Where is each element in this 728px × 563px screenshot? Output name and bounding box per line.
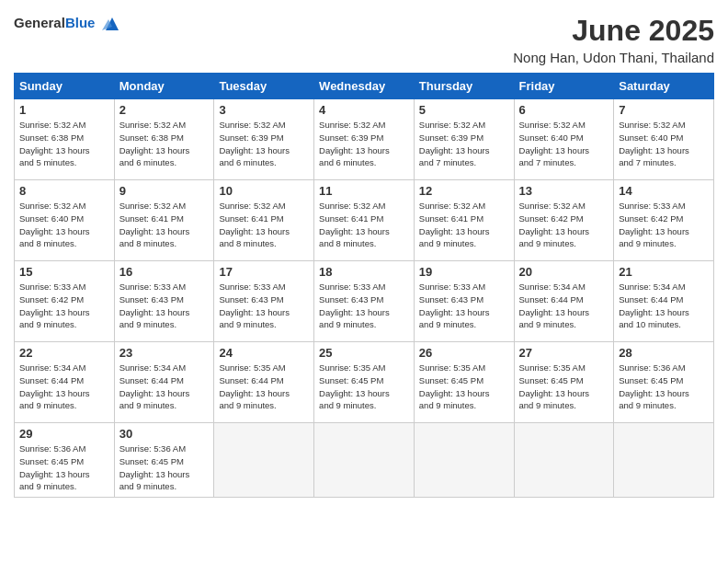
table-row: 29Sunrise: 5:36 AMSunset: 6:45 PMDayligh… (15, 423, 115, 498)
table-row: 21Sunrise: 5:34 AMSunset: 6:44 PMDayligh… (614, 261, 714, 342)
table-row: 16Sunrise: 5:33 AMSunset: 6:43 PMDayligh… (114, 261, 214, 342)
header-tuesday: Tuesday (214, 74, 314, 99)
table-row: 1Sunrise: 5:32 AMSunset: 6:38 PMDaylight… (15, 99, 115, 180)
table-row: 6Sunrise: 5:32 AMSunset: 6:40 PMDaylight… (514, 99, 614, 180)
table-row: 9Sunrise: 5:32 AMSunset: 6:41 PMDaylight… (114, 180, 214, 261)
main-title: June 2025 (513, 14, 714, 48)
table-row: 3Sunrise: 5:32 AMSunset: 6:39 PMDaylight… (214, 99, 314, 180)
header-monday: Monday (114, 74, 214, 99)
header-sunday: Sunday (15, 74, 115, 99)
table-row (214, 423, 314, 498)
header-thursday: Thursday (414, 74, 514, 99)
table-row: 23Sunrise: 5:34 AMSunset: 6:44 PMDayligh… (114, 342, 214, 423)
table-row: 15Sunrise: 5:33 AMSunset: 6:42 PMDayligh… (15, 261, 115, 342)
table-row: 27Sunrise: 5:35 AMSunset: 6:45 PMDayligh… (514, 342, 614, 423)
table-row: 13Sunrise: 5:32 AMSunset: 6:42 PMDayligh… (514, 180, 614, 261)
title-section: June 2025 Nong Han, Udon Thani, Thailand (513, 14, 714, 65)
header-friday: Friday (514, 74, 614, 99)
table-row: 26Sunrise: 5:35 AMSunset: 6:45 PMDayligh… (414, 342, 514, 423)
logo-text: GeneralBlue (14, 14, 122, 34)
table-row (414, 423, 514, 498)
calendar-body: 1Sunrise: 5:32 AMSunset: 6:38 PMDaylight… (15, 99, 714, 498)
table-row: 11Sunrise: 5:32 AMSunset: 6:41 PMDayligh… (314, 180, 415, 261)
table-row (514, 423, 614, 498)
table-row: 30Sunrise: 5:36 AMSunset: 6:45 PMDayligh… (114, 423, 214, 498)
table-row: 5Sunrise: 5:32 AMSunset: 6:39 PMDaylight… (414, 99, 514, 180)
table-row: 25Sunrise: 5:35 AMSunset: 6:45 PMDayligh… (314, 342, 415, 423)
logo-icon (102, 14, 122, 34)
table-row: 24Sunrise: 5:35 AMSunset: 6:44 PMDayligh… (214, 342, 314, 423)
table-row: 2Sunrise: 5:32 AMSunset: 6:38 PMDaylight… (114, 99, 214, 180)
logo: GeneralBlue (14, 14, 122, 34)
table-row: 14Sunrise: 5:33 AMSunset: 6:42 PMDayligh… (614, 180, 714, 261)
table-row: 17Sunrise: 5:33 AMSunset: 6:43 PMDayligh… (214, 261, 314, 342)
table-row: 18Sunrise: 5:33 AMSunset: 6:43 PMDayligh… (314, 261, 415, 342)
table-row (614, 423, 714, 498)
table-row: 10Sunrise: 5:32 AMSunset: 6:41 PMDayligh… (214, 180, 314, 261)
main-container: GeneralBlue June 2025 Nong Han, Udon Tha… (0, 0, 728, 507)
header: GeneralBlue June 2025 Nong Han, Udon Tha… (14, 14, 714, 65)
table-row: 22Sunrise: 5:34 AMSunset: 6:44 PMDayligh… (15, 342, 115, 423)
calendar-table: Sunday Monday Tuesday Wednesday Thursday… (14, 73, 714, 498)
subtitle: Nong Han, Udon Thani, Thailand (513, 50, 714, 65)
header-wednesday: Wednesday (314, 74, 415, 99)
table-row: 20Sunrise: 5:34 AMSunset: 6:44 PMDayligh… (514, 261, 614, 342)
table-row: 8Sunrise: 5:32 AMSunset: 6:40 PMDaylight… (15, 180, 115, 261)
table-row: 12Sunrise: 5:32 AMSunset: 6:41 PMDayligh… (414, 180, 514, 261)
table-row: 19Sunrise: 5:33 AMSunset: 6:43 PMDayligh… (414, 261, 514, 342)
table-row: 7Sunrise: 5:32 AMSunset: 6:40 PMDaylight… (614, 99, 714, 180)
table-row: 4Sunrise: 5:32 AMSunset: 6:39 PMDaylight… (314, 99, 415, 180)
header-saturday: Saturday (614, 74, 714, 99)
table-row (314, 423, 415, 498)
logo-general: GeneralBlue (14, 15, 99, 30)
table-row: 28Sunrise: 5:36 AMSunset: 6:45 PMDayligh… (614, 342, 714, 423)
weekday-header-row: Sunday Monday Tuesday Wednesday Thursday… (15, 74, 714, 99)
